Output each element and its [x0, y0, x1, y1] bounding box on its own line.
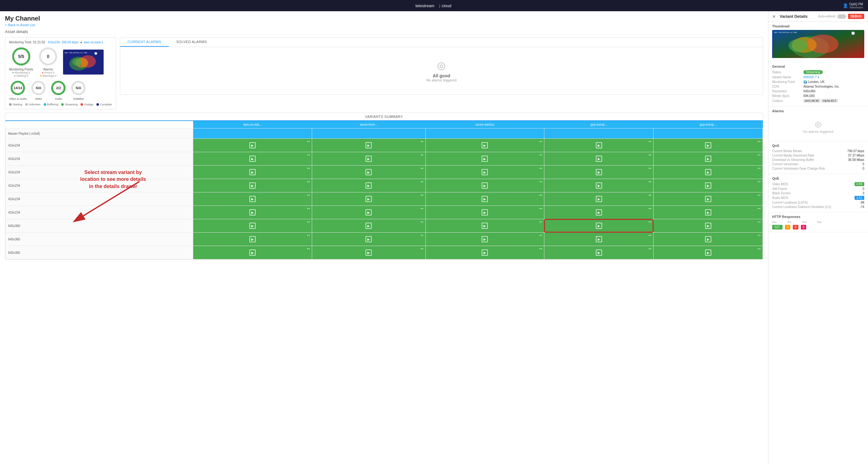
cell-3-4[interactable]: ●●▶: [654, 166, 763, 179]
cell-2-1[interactable]: ●●▶: [312, 152, 426, 166]
cell-8-2[interactable]: ●●▶: [426, 233, 544, 246]
grid-row-0: Master Playlist (.m3u8): [6, 129, 763, 139]
cell-5-1[interactable]: ●●▶: [312, 192, 426, 206]
cell-3-1[interactable]: ●●▶: [312, 166, 426, 179]
server-link[interactable]: aws-us-east-1: [84, 40, 104, 44]
cell-8-3[interactable]: ●●▶: [544, 233, 654, 246]
cell-8-4[interactable]: ●●▶: [654, 233, 763, 246]
play-icon: ▶: [249, 236, 256, 242]
cell-dots-icon: ●●: [421, 234, 424, 237]
qoe-value-1: 0: [862, 187, 864, 191]
cell-9-1[interactable]: ●●▶: [312, 246, 426, 259]
codecs-label: Codecs: [772, 99, 803, 103]
cell-9-3[interactable]: ●●▶: [544, 246, 654, 259]
play-icon: ▶: [366, 156, 372, 162]
drawer-title: Variant Details: [780, 14, 808, 19]
cell-dots-icon: ●●: [421, 167, 424, 170]
bitrate-link[interactable]: 416x234, 206.00 kbps: [48, 40, 78, 44]
cell-5-4[interactable]: ●●▶: [654, 192, 763, 206]
back-link[interactable]: < Back to Asset List: [5, 23, 35, 27]
qoe-label-1: Still Frame: [772, 187, 862, 191]
cell-4-1[interactable]: ●●▶: [312, 179, 426, 192]
no-alarms-text: No alarms triggered: [426, 78, 457, 82]
cell-6-2[interactable]: ●●▶: [426, 206, 544, 219]
alarms-section: CURRENT ALARMS SOLVED ALARMS ◎ All good …: [120, 37, 763, 95]
cell-9-4[interactable]: ●●▶: [654, 246, 763, 259]
cell-dots-icon: ●●: [539, 167, 542, 170]
auto-refresh-toggle[interactable]: [837, 14, 846, 19]
cell-dots-icon: ●●: [539, 234, 542, 237]
cell-6-3[interactable]: ●●▶: [544, 206, 654, 219]
cell-6-0[interactable]: ●●▶: [193, 206, 312, 219]
cell-8-1[interactable]: ●●▶: [312, 233, 426, 246]
cell-9-0[interactable]: ●●▶: [193, 246, 312, 259]
no-alarms-drawer: ◎ No alarms triggered: [772, 115, 864, 138]
cell-4-3[interactable]: ●●▶: [544, 179, 654, 192]
cell-1-1[interactable]: ●●▶: [312, 139, 426, 152]
grid-row-2: 416x234●●▶●●▶●●▶●●▶●●▶: [6, 152, 763, 166]
cell-0-3[interactable]: [544, 129, 654, 139]
cell-2-3[interactable]: ●●▶: [544, 152, 654, 166]
cell-1-4[interactable]: ●●▶: [654, 139, 763, 152]
play-icon: ▶: [249, 209, 256, 216]
cell-2-4[interactable]: ●●▶: [654, 152, 763, 166]
cell-dots-icon: ●●: [421, 194, 424, 196]
cell-5-2[interactable]: ●●▶: [426, 192, 544, 206]
status-label: Status: [772, 70, 803, 74]
play-icon: ▶: [366, 196, 372, 202]
play-icon: ▶: [705, 236, 711, 242]
cell-7-0[interactable]: ●●▶: [193, 219, 312, 233]
http-5xx-label: 5xx: [817, 221, 822, 224]
cell-dots-icon: ●●: [648, 221, 651, 223]
play-icon: ▶: [482, 209, 488, 216]
cell-2-2[interactable]: ●●▶: [426, 152, 544, 166]
resolution-value: 640x360: [803, 90, 815, 93]
tab-solved-alarms[interactable]: SOLVED ALARMS: [169, 37, 214, 47]
play-icon: ▶: [596, 236, 602, 242]
svg-text:|: |: [439, 3, 440, 8]
cell-9-2[interactable]: ●●▶: [426, 246, 544, 259]
debug-button[interactable]: DEBUG: [848, 14, 864, 19]
http-3xx-value: 0: [785, 225, 790, 230]
cell-7-4[interactable]: ●●▶: [654, 219, 763, 233]
cell-1-3[interactable]: ●●▶: [544, 139, 654, 152]
grid-table: aws-us-eas... azure-kore... azure-westus…: [5, 121, 763, 259]
gauge-2: 0: [38, 46, 58, 66]
drawer-close-button[interactable]: ✕: [772, 14, 776, 19]
cell-7-2[interactable]: ●●▶: [426, 219, 544, 233]
cell-1-2[interactable]: ●●▶: [426, 139, 544, 152]
cell-0-2[interactable]: [426, 129, 544, 139]
cell-7-1[interactable]: ●●▶: [312, 219, 426, 233]
monitoring-card: Monitoring Time: 01:31:50 416x234, 206.0…: [5, 37, 116, 109]
play-icon: ▶: [249, 196, 256, 202]
cell-5-3[interactable]: ●●▶: [544, 192, 654, 206]
play-icon: ▶: [596, 156, 602, 162]
cell-3-2[interactable]: ●●▶: [426, 166, 544, 179]
cell-0-1[interactable]: [312, 129, 426, 139]
cell-4-0[interactable]: ●●▶: [193, 179, 312, 192]
cell-6-4[interactable]: ●●▶: [654, 206, 763, 219]
row-label-7: 640x360: [6, 219, 193, 233]
left-panel: My Channel < Back to Asset List Asset de…: [0, 11, 768, 464]
cell-0-4[interactable]: [654, 129, 763, 139]
play-icon: ▶: [366, 250, 372, 256]
cell-4-2[interactable]: ●●▶: [426, 179, 544, 192]
cell-7-3[interactable]: ●●▶: [544, 219, 654, 233]
cell-8-0[interactable]: ●●▶: [193, 233, 312, 246]
cell-0-0[interactable]: [193, 129, 312, 139]
play-icon: ▶: [705, 223, 711, 229]
cell-5-0[interactable]: ●●▶: [193, 192, 312, 206]
cell-3-3[interactable]: ●●▶: [544, 166, 654, 179]
cell-3-0[interactable]: ●●▶: [193, 166, 312, 179]
variant-name-value[interactable]: 696000-7: [803, 75, 816, 79]
play-icon: ▶: [596, 196, 602, 202]
qos-label-4: Current Veristream Gear Change Risk: [772, 167, 862, 170]
cell-6-1[interactable]: ●●▶: [312, 206, 426, 219]
cell-2-0[interactable]: ●●▶: [193, 152, 312, 166]
variants-grid: aws-us-eas... azure-kore... azure-westus…: [5, 121, 763, 259]
cell-1-0[interactable]: ●●▶: [193, 139, 312, 152]
qos-label-1: Current Media Download Rate: [772, 154, 848, 157]
resolution-row: Resolution 640x360: [772, 90, 864, 93]
cell-4-4[interactable]: ●●▶: [654, 179, 763, 192]
tab-current-alarms[interactable]: CURRENT ALARMS: [120, 37, 169, 47]
